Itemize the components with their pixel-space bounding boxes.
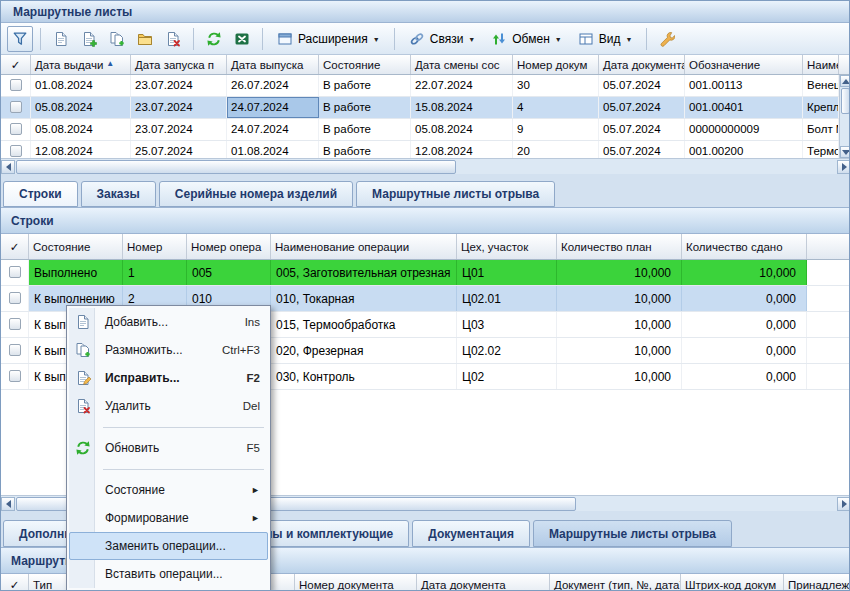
menu-item-edit[interactable]: Исправить... F2 [69,364,268,392]
cell-focused[interactable]: 24.07.2024 [227,97,319,118]
scroll-left-button[interactable] [1,497,15,511]
add-record-button[interactable] [76,26,102,52]
checkbox[interactable] [10,145,22,157]
cell[interactable]: В работе [319,119,411,140]
cell[interactable]: Ц02.01 [457,286,557,311]
cell[interactable]: Ц03 [457,312,557,337]
filter-button[interactable] [7,26,33,52]
cell[interactable]: 12.08.2024 [411,141,513,158]
scrollbar-thumb[interactable] [16,160,456,174]
cell[interactable]: В работе [319,141,411,158]
menu-item-add[interactable]: Добавить... Ins [69,308,268,336]
cell[interactable]: 10,000 [557,338,682,363]
table-row[interactable]: 12.08.2024 25.07.2024 01.08.2024 В работ… [1,141,839,158]
cell[interactable]: 30 [513,75,599,96]
column-header-shop[interactable]: Цех, участок [457,234,557,259]
refresh-button[interactable] [201,26,227,52]
cell[interactable]: 0,000 [682,338,807,363]
cell[interactable]: 23.07.2024 [131,97,227,118]
column-header-qty-done[interactable]: Количество сдано [682,234,807,259]
excel-export-button[interactable] [229,26,255,52]
scroll-up-button[interactable] [840,75,850,87]
cell[interactable]: 15.08.2024 [411,97,513,118]
column-header-doc-date[interactable]: Дата документа [417,574,550,591]
cell[interactable]: 01.08.2024 [31,75,131,96]
checkbox[interactable] [9,344,21,356]
cell[interactable]: 24.07.2024 [227,119,319,140]
extensions-menu-button[interactable]: Расширения ▼ [270,26,387,52]
menu-item-delete[interactable]: Удалить Del [69,392,268,420]
row-check-cell[interactable] [1,286,29,311]
cell[interactable]: 22.07.2024 [411,75,513,96]
column-header-doc-number[interactable]: Номер документа [295,574,417,591]
column-header-issue-date[interactable]: Дата выдачи▲ [31,55,131,74]
row-check-cell[interactable] [1,338,29,363]
cell[interactable]: 020, Фрезерная [271,338,457,363]
cell[interactable]: 10,000 [557,312,682,337]
cell[interactable]: 001.00113 [685,75,803,96]
menu-item-state[interactable]: Состояние ► [69,476,268,504]
cell[interactable]: 05.07.2024 [599,141,685,158]
column-header-state[interactable]: Состояние [319,55,411,74]
menu-item-refresh[interactable]: Обновить F5 [69,434,268,462]
column-header-qty-plan[interactable]: Количество план [557,234,682,259]
checkbox[interactable] [10,79,22,91]
menu-item-replace-operations[interactable]: Заменить операции... [69,532,268,560]
menu-item-formation[interactable]: Формирование ► [69,504,268,532]
column-header-launch-date[interactable]: Дата запуска п [131,55,227,74]
tab-tear-off-sheets-bottom[interactable]: Маршрутные листы отрыва [533,520,732,547]
cell[interactable]: 005 [187,260,271,285]
cell[interactable]: 9 [513,119,599,140]
cell[interactable]: 05.07.2024 [599,75,685,96]
table-row-done[interactable]: Выполнено 1 005 005, Заготовительная отр… [1,260,850,286]
checkbox[interactable] [9,318,21,330]
cell[interactable]: Болт М1 [803,119,839,140]
scroll-right-button[interactable] [837,160,850,174]
scrollbar-thumb[interactable] [841,88,850,114]
cell[interactable]: В работе [319,75,411,96]
cell[interactable]: 0,000 [682,364,807,389]
vertical-scrollbar[interactable] [839,75,850,158]
cell[interactable]: 25.07.2024 [131,141,227,158]
tab-documentation[interactable]: Документация [412,520,530,547]
column-header-name[interactable]: Наимен [803,55,839,74]
menu-item-duplicate[interactable]: Размножить... Ctrl+F3 [69,336,268,364]
menu-item-insert-operations[interactable]: Вставить операции... [69,560,268,588]
duplicate-record-button[interactable] [104,26,130,52]
cell[interactable]: 001.00401 [685,97,803,118]
cell[interactable]: 10,000 [557,364,682,389]
view-menu-button[interactable]: Вид ▼ [571,26,640,52]
column-header-doc-full[interactable]: Документ (тип, №, дата) [550,574,681,591]
cell[interactable]: 05.08.2024 [411,119,513,140]
tab-tear-off-sheets[interactable]: Маршрутные листы отрыва [356,181,555,207]
column-header-op-number[interactable]: Номер опера [187,234,271,259]
delete-record-button[interactable] [160,26,186,52]
new-document-button[interactable] [48,26,74,52]
cell[interactable]: 23.07.2024 [131,119,227,140]
column-header-designation[interactable]: Обозначение [685,55,803,74]
row-check-cell[interactable] [1,364,29,389]
tab-stroki[interactable]: Строки [3,181,78,207]
table-row[interactable]: 05.08.2024 23.07.2024 24.07.2024 В работ… [1,119,839,141]
cell[interactable]: Термо [803,141,839,158]
cell[interactable]: 05.07.2024 [599,119,685,140]
cell[interactable]: Ц01 [457,260,557,285]
cell[interactable]: 010, Токарная [271,286,457,311]
cell[interactable]: 005, Заготовительная отрезная [271,260,457,285]
row-check-cell[interactable] [1,75,31,96]
row-check-cell[interactable] [1,141,31,158]
column-header-op-name[interactable]: Наименование операции [271,234,457,259]
cell[interactable]: 05.08.2024 [31,97,131,118]
cell[interactable]: 23.07.2024 [131,75,227,96]
cell[interactable]: 10,000 [557,286,682,311]
cell[interactable]: Венец ч [803,75,839,96]
open-record-button[interactable] [132,26,158,52]
column-header-release-date[interactable]: Дата выпуска [227,55,319,74]
cell[interactable]: 001.00200 [685,141,803,158]
cell[interactable]: 26.07.2024 [227,75,319,96]
tab-serial-numbers[interactable]: Серийные номера изделий [159,181,353,207]
scroll-left-button[interactable] [1,160,15,174]
scroll-down-button[interactable] [840,146,850,158]
checkbox[interactable] [10,123,22,135]
column-header-doc-date[interactable]: Дата документа [599,55,685,74]
